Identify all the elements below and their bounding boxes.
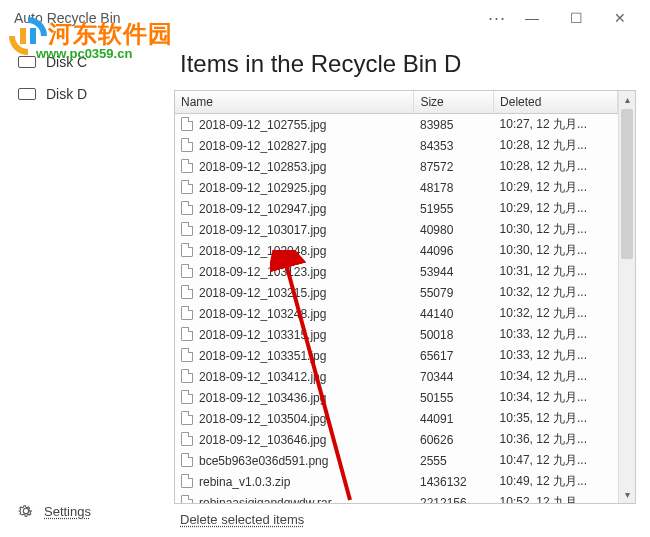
cell-size: 65617 — [414, 345, 494, 366]
table-row[interactable]: bce5b963e036d591.png255510:47, 12 九月... — [175, 450, 618, 471]
cell-name: 2018-09-12_103017.jpg — [175, 219, 414, 240]
cell-deleted: 10:33, 12 九月... — [494, 324, 618, 345]
cell-size: 44096 — [414, 240, 494, 261]
cell-deleted: 10:31, 12 九月... — [494, 261, 618, 282]
cell-deleted: 10:34, 12 九月... — [494, 366, 618, 387]
file-icon — [181, 474, 193, 488]
column-header-size[interactable]: Size — [414, 91, 494, 114]
cell-deleted: 10:35, 12 九月... — [494, 408, 618, 429]
file-icon — [181, 453, 193, 467]
disk-icon — [18, 56, 36, 68]
cell-size: 50155 — [414, 387, 494, 408]
scroll-thumb[interactable] — [621, 109, 633, 259]
sidebar-item-disk-d[interactable]: Disk D — [6, 78, 164, 110]
table-row[interactable]: 2018-09-12_102827.jpg8435310:28, 12 九月..… — [175, 135, 618, 156]
cell-size: 48178 — [414, 177, 494, 198]
cell-name: 2018-09-12_103436.jpg — [175, 387, 414, 408]
cell-name: rebina_v1.0.3.zip — [175, 471, 414, 492]
sidebar-item-label: Disk D — [46, 86, 87, 102]
cell-size: 2212156 — [414, 492, 494, 503]
cell-deleted: 10:28, 12 九月... — [494, 156, 618, 177]
cell-name: 2018-09-12_102947.jpg — [175, 198, 414, 219]
vertical-scrollbar[interactable]: ▴ ▾ — [618, 91, 635, 503]
cell-deleted: 10:29, 12 九月... — [494, 177, 618, 198]
file-icon — [181, 180, 193, 194]
column-header-deleted[interactable]: Deleted — [494, 91, 618, 114]
cell-name: 2018-09-12_103123.jpg — [175, 261, 414, 282]
table-row[interactable]: 2018-09-12_103646.jpg6062610:36, 12 九月..… — [175, 429, 618, 450]
file-icon — [181, 432, 193, 446]
file-icon — [181, 306, 193, 320]
table-row[interactable]: 2018-09-12_103504.jpg4409110:35, 12 九月..… — [175, 408, 618, 429]
maximize-button[interactable]: ☐ — [554, 3, 598, 33]
table-row[interactable]: 2018-09-12_103017.jpg4098010:30, 12 九月..… — [175, 219, 618, 240]
table-row[interactable]: 2018-09-12_103248.jpg4414010:32, 12 九月..… — [175, 303, 618, 324]
cell-size: 44091 — [414, 408, 494, 429]
file-icon — [181, 159, 193, 173]
more-button[interactable]: ··· — [488, 8, 506, 29]
cell-size: 60626 — [414, 429, 494, 450]
minimize-button[interactable]: — — [510, 3, 554, 33]
cell-deleted: 10:30, 12 九月... — [494, 219, 618, 240]
cell-name: 2018-09-12_103048.jpg — [175, 240, 414, 261]
disk-icon — [18, 88, 36, 100]
sidebar: Disk C Disk D Settings — [0, 36, 170, 537]
scroll-down-button[interactable]: ▾ — [619, 486, 635, 503]
cell-deleted: 10:32, 12 九月... — [494, 303, 618, 324]
table-row[interactable]: 2018-09-12_102947.jpg5195510:29, 12 九月..… — [175, 198, 618, 219]
file-icon — [181, 285, 193, 299]
table-row[interactable]: 2018-09-12_102755.jpg8398510:27, 12 九月..… — [175, 114, 618, 136]
close-button[interactable]: ✕ — [598, 3, 642, 33]
cell-size: 1436132 — [414, 471, 494, 492]
cell-size: 70344 — [414, 366, 494, 387]
table-row[interactable]: rebina_v1.0.3.zip143613210:49, 12 九月... — [175, 471, 618, 492]
table-row[interactable]: 2018-09-12_103412.jpg7034410:34, 12 九月..… — [175, 366, 618, 387]
cell-name: 2018-09-12_102925.jpg — [175, 177, 414, 198]
cell-name: 2018-09-12_103646.jpg — [175, 429, 414, 450]
cell-name: 2018-09-12_103315.jpg — [175, 324, 414, 345]
cell-size: 83985 — [414, 114, 494, 136]
file-icon — [181, 117, 193, 131]
cell-name: bce5b963e036d591.png — [175, 450, 414, 471]
file-icon — [181, 348, 193, 362]
cell-name: 2018-09-12_103412.jpg — [175, 366, 414, 387]
table-row[interactable]: 2018-09-12_102853.jpg8757210:28, 12 九月..… — [175, 156, 618, 177]
file-icon — [181, 411, 193, 425]
file-icon — [181, 243, 193, 257]
window-title: Auto Recycle Bin — [8, 10, 121, 26]
table-row[interactable]: 2018-09-12_103315.jpg5001810:33, 12 九月..… — [175, 324, 618, 345]
cell-deleted: 10:33, 12 九月... — [494, 345, 618, 366]
title-bar: Auto Recycle Bin ··· — ☐ ✕ — [0, 0, 650, 36]
table-row[interactable]: 2018-09-12_103123.jpg5394410:31, 12 九月..… — [175, 261, 618, 282]
delete-selected-link[interactable]: Delete selected items — [180, 512, 636, 527]
cell-name: 2018-09-12_103351.jpg — [175, 345, 414, 366]
cell-deleted: 10:28, 12 九月... — [494, 135, 618, 156]
cell-deleted: 10:34, 12 九月... — [494, 387, 618, 408]
cell-deleted: 10:52, 12 九月... — [494, 492, 618, 503]
scroll-up-button[interactable]: ▴ — [619, 91, 635, 108]
cell-deleted: 10:27, 12 九月... — [494, 114, 618, 136]
cell-size: 2555 — [414, 450, 494, 471]
table-row[interactable]: 2018-09-12_103436.jpg5015510:34, 12 九月..… — [175, 387, 618, 408]
table-row[interactable]: 2018-09-12_103048.jpg4409610:30, 12 九月..… — [175, 240, 618, 261]
file-icon — [181, 495, 193, 503]
sidebar-item-disk-c[interactable]: Disk C — [6, 46, 164, 78]
cell-deleted: 10:36, 12 九月... — [494, 429, 618, 450]
cell-name: 2018-09-12_103504.jpg — [175, 408, 414, 429]
file-icon — [181, 222, 193, 236]
table-row[interactable]: 2018-09-12_103215.jpg5507910:32, 12 九月..… — [175, 282, 618, 303]
table-row[interactable]: 2018-09-12_103351.jpg6561710:33, 12 九月..… — [175, 345, 618, 366]
file-icon — [181, 138, 193, 152]
page-title: Items in the Recycle Bin D — [180, 50, 636, 78]
cell-size: 51955 — [414, 198, 494, 219]
cell-size: 50018 — [414, 324, 494, 345]
table-row[interactable]: rebinaasjqjqandqwdw.rar221215610:52, 12 … — [175, 492, 618, 503]
cell-deleted: 10:47, 12 九月... — [494, 450, 618, 471]
cell-size: 84353 — [414, 135, 494, 156]
table-row[interactable]: 2018-09-12_102925.jpg4817810:29, 12 九月..… — [175, 177, 618, 198]
cell-size: 53944 — [414, 261, 494, 282]
settings-button[interactable]: Settings — [6, 495, 164, 527]
cell-size: 87572 — [414, 156, 494, 177]
cell-size: 44140 — [414, 303, 494, 324]
column-header-name[interactable]: Name — [175, 91, 414, 114]
